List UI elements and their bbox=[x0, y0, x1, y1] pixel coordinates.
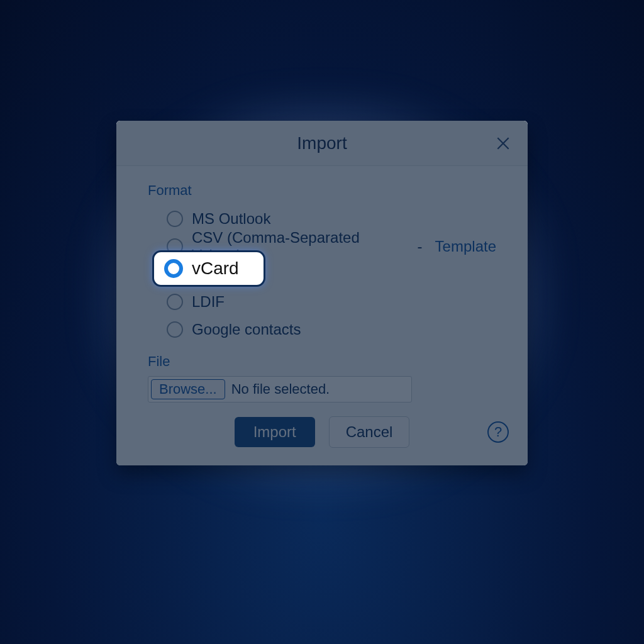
radio-icon bbox=[167, 211, 183, 227]
cancel-button[interactable]: Cancel bbox=[329, 416, 410, 448]
radio-option-google[interactable]: Google contacts bbox=[167, 316, 496, 343]
file-picker[interactable]: Browse... No file selected. bbox=[148, 376, 412, 402]
format-section-label: Format bbox=[148, 182, 496, 199]
close-icon bbox=[495, 135, 511, 152]
help-button[interactable]: ? bbox=[487, 421, 509, 443]
radio-label: LDIF bbox=[192, 293, 225, 311]
import-dialog: Import Format MS Outlook CSV (Comma-Sepa… bbox=[116, 121, 528, 465]
radio-label: MS Outlook bbox=[192, 210, 270, 228]
radio-icon bbox=[167, 321, 183, 338]
radio-option-ldif[interactable]: LDIF bbox=[167, 288, 496, 316]
dialog-title: Import bbox=[297, 133, 347, 153]
import-button[interactable]: Import bbox=[235, 417, 315, 447]
dialog-footer: Import Cancel ? bbox=[116, 416, 528, 448]
csv-template-link[interactable]: Template bbox=[435, 238, 496, 255]
close-button[interactable] bbox=[492, 133, 514, 154]
highlighted-option-vcard[interactable]: vCard bbox=[152, 250, 265, 287]
dialog-header: Import bbox=[116, 121, 528, 166]
separator: - bbox=[418, 238, 423, 255]
browse-button[interactable]: Browse... bbox=[151, 379, 225, 399]
highlighted-option-label: vCard bbox=[192, 258, 239, 279]
file-section-label: File bbox=[148, 353, 496, 370]
radio-label: Google contacts bbox=[192, 321, 301, 338]
file-status-text: No file selected. bbox=[231, 381, 330, 397]
radio-icon bbox=[167, 294, 183, 310]
radio-icon-selected bbox=[164, 259, 183, 278]
help-icon: ? bbox=[494, 424, 502, 440]
